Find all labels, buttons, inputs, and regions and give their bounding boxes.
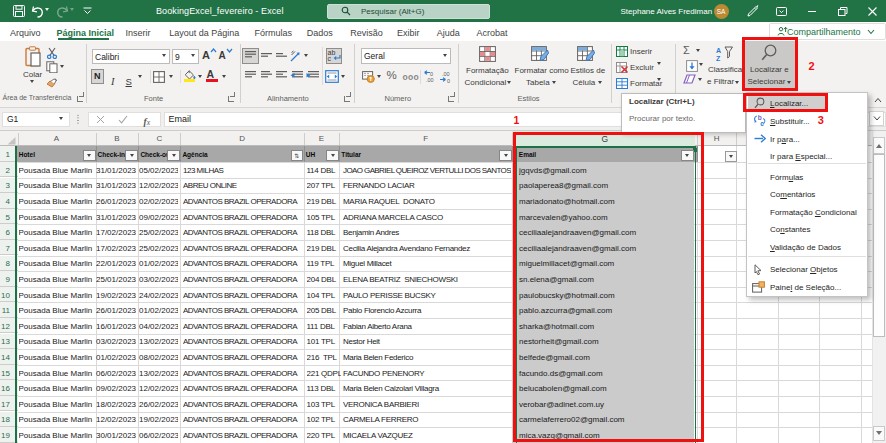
svg-text:A: A <box>716 47 721 54</box>
svg-text:.00: .00 <box>442 71 450 77</box>
svg-text:0: 0 <box>447 78 450 84</box>
svg-text:Z: Z <box>716 55 721 62</box>
svg-text:.00: .00 <box>426 77 434 83</box>
svg-text:c: c <box>760 119 764 125</box>
